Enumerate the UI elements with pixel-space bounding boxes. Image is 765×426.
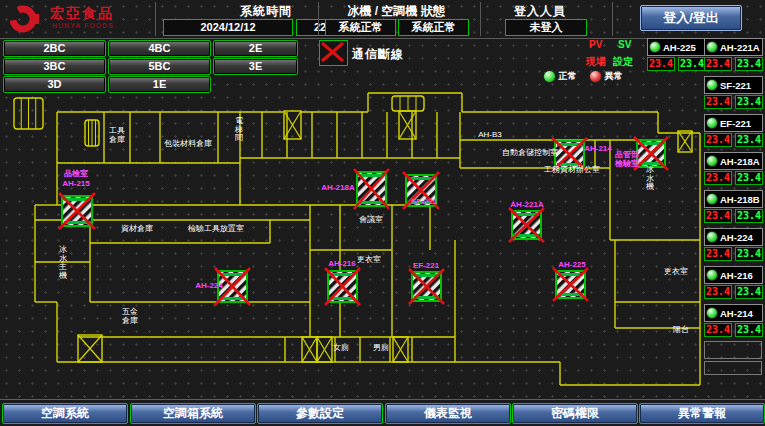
header-bar: 宏亞食品 HUNYA FOODS 系統時間 2024/12/12 22:09:5…: [0, 0, 765, 39]
logo-title: 宏亞食品: [50, 5, 114, 23]
unit-sv-value: 23.4: [735, 133, 763, 147]
unit-name-label: AH-225: [663, 42, 696, 53]
floor-button-2BC[interactable]: 2BC: [3, 40, 106, 57]
room-label-倉庫: 倉庫: [122, 316, 138, 325]
room-label-更衣室: 更衣室: [357, 255, 381, 264]
room-label-工具: 工具: [109, 126, 125, 135]
unit-name-label: EF-221: [720, 118, 751, 129]
unit-lamp-icon: [706, 41, 718, 53]
unit-lamp-icon: [706, 79, 718, 91]
ahu-device-AH-218A[interactable]: [354, 169, 389, 209]
room-label-檢驗工具放置室: 檢驗工具放置室: [188, 224, 244, 233]
sv-sub-label: 設定: [613, 55, 633, 69]
machine-status-label: 冰機 / 空調機 狀態: [322, 3, 470, 20]
device-label-AH-218A: AH-218A: [321, 183, 355, 192]
device-label-品檢室: 品檢室: [64, 168, 88, 178]
unit-lamp-icon: [649, 41, 661, 53]
device-label-AH-225: AH-225: [558, 260, 586, 269]
device-label-AH-224: AH-224: [195, 281, 223, 290]
unit-lamp-icon: [706, 269, 718, 281]
device-label-AH-221A: AH-221A: [510, 200, 544, 209]
labels-layer: 工具倉庫包裝材料倉庫電梯間資材倉庫檢驗工具放置室冰水主機五金倉庫會議室更衣室AH…: [58, 116, 689, 352]
ahu-device-AH-221A[interactable]: [509, 208, 544, 242]
unit-AH-218B[interactable]: AH-218B: [704, 190, 763, 208]
unit-pv-value: 23.4: [704, 133, 732, 147]
ramp-icon: [85, 120, 99, 146]
pv-label: PV: [589, 39, 602, 50]
ahu-device-AH-225[interactable]: [553, 268, 588, 301]
unit-pv-value: 23.4: [704, 285, 732, 299]
stair-icon: [302, 337, 317, 362]
room-label-電梯間: 電梯間: [234, 116, 243, 142]
ahu-device-AH-215[interactable]: [59, 193, 95, 229]
unit-sv-value: 23.4: [735, 171, 763, 185]
ahu-device-EF-221[interactable]: [409, 269, 444, 304]
unit-sv-value: 23.4: [735, 323, 763, 337]
floor-plan: 工具倉庫包裝材料倉庫電梯間資材倉庫檢驗工具放置室冰水主機五金倉庫會議室更衣室AH…: [0, 90, 703, 400]
system-date-value: 2024/12/12: [163, 19, 293, 36]
unit-pv-value: 23.4: [704, 323, 732, 337]
unit-sv-value: 23.4: [735, 95, 763, 109]
login-person-value: 未登入: [505, 19, 587, 36]
unit-name-label: AH-218B: [720, 194, 760, 205]
nav-button-5[interactable]: 密碼權限: [512, 403, 638, 424]
floor-button-4BC[interactable]: 4BC: [108, 40, 211, 57]
logo-subtitle: HUNYA FOODS: [52, 22, 114, 29]
hmi-screen: { "header": { "logo_title": "宏亞食品", "log…: [0, 0, 765, 426]
nav-button-6[interactable]: 異常警報: [639, 403, 765, 424]
divider: [318, 2, 319, 36]
room-label-女廁: 女廁: [333, 343, 349, 352]
unit-lamp-icon: [706, 231, 718, 243]
room-label-冰水機: 冰水機: [646, 165, 654, 191]
device-label-AH-214: AH-214: [584, 144, 612, 153]
ramp-icon: [392, 96, 424, 111]
nav-button-1[interactable]: 空調系統: [2, 403, 128, 424]
nav-button-3[interactable]: 參數設定: [257, 403, 383, 424]
nav-button-2[interactable]: 空調箱系統: [130, 403, 256, 424]
ahu-status-value: 系統正常: [398, 19, 469, 36]
stair-icon: [399, 111, 416, 139]
room-label-陽台: 陽台: [673, 325, 689, 334]
unit-pv-value: 23.4: [704, 209, 732, 223]
legend-abnormal: 異常: [589, 70, 623, 83]
unit-AH-221A[interactable]: AH-221A: [704, 38, 763, 56]
empty-slot: [704, 341, 762, 359]
unit-sv-value: 23.4: [735, 247, 763, 261]
abnormal-lamp-icon: [589, 70, 602, 83]
unit-pv-value: 23.4: [704, 57, 732, 71]
unit-pv-value: 23.4: [647, 57, 675, 71]
device-label-AH-215: AH-215: [62, 179, 90, 188]
unit-AH-225[interactable]: AH-225: [647, 38, 706, 56]
divider: [480, 2, 481, 36]
room-label-會議室: 會議室: [359, 215, 383, 224]
device-label-品管部: 品管部: [615, 150, 639, 159]
unit-lamp-icon: [706, 307, 718, 319]
room-label-冰水主機: 冰水主機: [58, 245, 67, 280]
floor-button-5BC[interactable]: 5BC: [108, 58, 211, 75]
room-label-男廁: 男廁: [373, 343, 389, 352]
unit-EF-221[interactable]: EF-221: [704, 114, 763, 132]
hunya-logo-icon: [8, 4, 46, 34]
floor-button-2E[interactable]: 2E: [213, 40, 298, 57]
unit-sv-value: 23.4: [735, 57, 763, 71]
chiller-status-value: 系統正常: [325, 19, 396, 36]
unit-AH-216[interactable]: AH-216: [704, 266, 763, 284]
normal-lamp-icon: [543, 70, 556, 83]
nav-button-4[interactable]: 儀表監視: [385, 403, 511, 424]
login-logout-button[interactable]: 登入/登出: [640, 5, 742, 31]
unit-AH-214[interactable]: AH-214: [704, 304, 763, 322]
unit-AH-224[interactable]: AH-224: [704, 228, 763, 246]
room-label-工務資材辦公室: 工務資材辦公室: [544, 165, 600, 174]
unit-name-label: AH-221A: [720, 42, 760, 53]
unit-sv-value: 23.4: [735, 209, 763, 223]
divider: [612, 2, 613, 36]
unit-name-label: AH-224: [720, 232, 753, 243]
floor-button-3E[interactable]: 3E: [213, 58, 298, 75]
unit-lamp-icon: [706, 117, 718, 129]
unit-SF-221[interactable]: SF-221: [704, 76, 763, 94]
legend-abnormal-label: 異常: [605, 71, 623, 81]
ahu-device-AH-216[interactable]: [325, 268, 360, 305]
unit-AH-218A[interactable]: AH-218A: [704, 152, 763, 170]
floor-button-3BC[interactable]: 3BC: [3, 58, 106, 75]
stair-icon: [393, 337, 408, 362]
